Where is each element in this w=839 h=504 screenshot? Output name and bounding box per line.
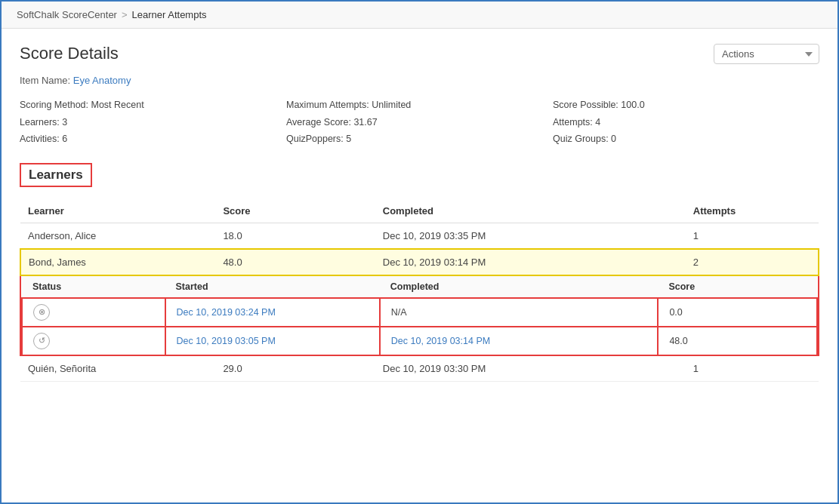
sub-cell-score: 0.0 [658, 298, 817, 327]
sub-table-row-2: ↺ Dec 10, 2019 03:05 PM Dec 10, 2019 03:… [22, 327, 817, 355]
cell-score: 48.0 [215, 249, 375, 275]
learners-section-title: Learners [20, 163, 92, 187]
page-title: Score Details [20, 44, 119, 63]
col-header-score: Score [215, 199, 375, 223]
meta-row: Scoring Method: Most Recent [20, 97, 286, 114]
cell-learner: Quién, Señorita [20, 355, 215, 382]
sub-table-cell: Status Started Completed Score ⊗ [20, 275, 819, 355]
breadcrumb: SoftChalk ScoreCenter > Learner Attempts [2, 2, 837, 29]
status-icon-check: ↺ [33, 333, 50, 349]
sub-cell-started: Dec 10, 2019 03:24 PM [165, 298, 380, 327]
breadcrumb-separator: > [122, 9, 128, 20]
sub-link-started-2[interactable]: Dec 10, 2019 03:05 PM [177, 336, 276, 346]
meta-row: Quiz Groups: 0 [553, 131, 819, 148]
main-content: Score Details Actions Item Name: Eye Ana… [2, 29, 837, 502]
sub-cell-status: ↺ [22, 327, 165, 355]
cell-attempts: 2 [686, 249, 819, 275]
table-header-row: Learner Score Completed Attempts [20, 199, 819, 223]
sub-table-row-1: ⊗ Dec 10, 2019 03:24 PM N/A 0.0 [22, 298, 817, 327]
breadcrumb-parent[interactable]: SoftChalk ScoreCenter [17, 9, 117, 20]
sub-table-container-row: Status Started Completed Score ⊗ [20, 275, 819, 355]
cell-completed: Dec 10, 2019 03:14 PM [375, 249, 686, 275]
cell-score: 18.0 [215, 223, 375, 249]
sub-cell-completed: N/A [380, 298, 659, 327]
cell-completed: Dec 10, 2019 03:30 PM [375, 355, 686, 382]
cell-attempts: 1 [686, 355, 819, 382]
sub-link-completed-2[interactable]: Dec 10, 2019 03:14 PM [391, 336, 490, 346]
table-row-highlighted[interactable]: Bond, James 48.0 Dec 10, 2019 03:14 PM 2 [20, 249, 819, 275]
item-name-row: Item Name: Eye Anatomy [20, 75, 819, 86]
meta-row: Average Score: 31.67 [286, 114, 553, 131]
cell-attempts: 1 [686, 223, 819, 249]
sub-col-header-completed: Completed [380, 276, 659, 298]
sub-table-header-row: Status Started Completed Score [22, 276, 817, 298]
meta-row: Attempts: 4 [553, 114, 819, 131]
sub-cell-score: 48.0 [658, 327, 817, 355]
main-container: SoftChalk ScoreCenter > Learner Attempts… [0, 0, 839, 504]
cell-learner: Anderson, Alice [20, 223, 215, 249]
sub-link-started[interactable]: Dec 10, 2019 03:24 PM [177, 307, 276, 318]
meta-row: Learners: 3 [20, 114, 286, 131]
actions-dropdown[interactable]: Actions [714, 44, 819, 64]
learners-table: Learner Score Completed Attempts Anderso… [20, 199, 819, 382]
sub-cell-completed: Dec 10, 2019 03:14 PM [380, 327, 659, 355]
col-header-attempts: Attempts [686, 199, 819, 223]
meta-row: QuizPoppers: 5 [286, 131, 553, 148]
col-header-learner: Learner [20, 199, 215, 223]
meta-row: Score Possible: 100.0 [553, 97, 819, 114]
meta-col2: Maximum Attempts: Unlimited Average Scor… [286, 97, 553, 148]
meta-col3: Score Possible: 100.0 Attempts: 4 Quiz G… [553, 97, 819, 148]
sub-table: Status Started Completed Score ⊗ [21, 276, 818, 355]
sub-col-header-status: Status [22, 276, 165, 298]
table-row: Anderson, Alice 18.0 Dec 10, 2019 03:35 … [20, 223, 819, 249]
meta-row: Maximum Attempts: Unlimited [286, 97, 553, 114]
meta-row: Activities: 6 [20, 131, 286, 148]
meta-col1: Scoring Method: Most Recent Learners: 3 … [20, 97, 286, 148]
item-name-label: Item Name: [20, 75, 70, 86]
sub-col-header-score: Score [658, 276, 817, 298]
table-row: Quién, Señorita 29.0 Dec 10, 2019 03:30 … [20, 355, 819, 382]
cell-learner: Bond, James [20, 249, 215, 275]
meta-grid: Scoring Method: Most Recent Learners: 3 … [20, 97, 819, 148]
status-icon-clock: ⊗ [33, 304, 50, 321]
sub-col-header-started: Started [165, 276, 380, 298]
score-details-header: Score Details Actions [20, 44, 819, 64]
sub-cell-status: ⊗ [22, 298, 165, 327]
col-header-completed: Completed [375, 199, 686, 223]
cell-score: 29.0 [215, 355, 375, 382]
breadcrumb-current: Learner Attempts [132, 9, 207, 20]
actions-container: Actions [714, 44, 819, 64]
sub-cell-started: Dec 10, 2019 03:05 PM [165, 327, 380, 355]
cell-completed: Dec 10, 2019 03:35 PM [375, 223, 686, 249]
item-name-link[interactable]: Eye Anatomy [73, 75, 131, 86]
